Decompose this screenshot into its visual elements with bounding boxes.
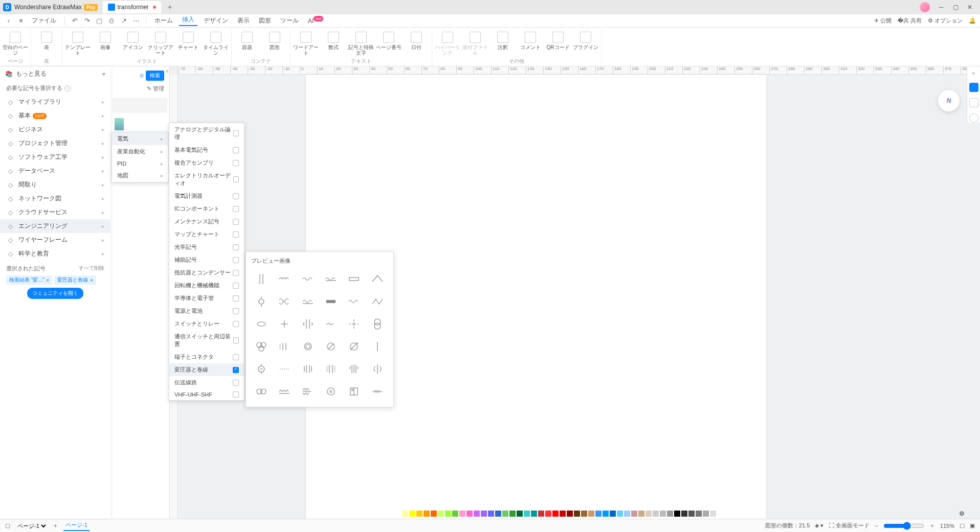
submenu-アナログとデジタル論理[interactable]: アナログとデジタル論理 (169, 123, 244, 144)
ribbon-プラグイン[interactable]: プラグイン (572, 30, 599, 56)
clear-all-button[interactable]: すべて削除 (79, 265, 104, 272)
notification-button[interactable]: 🔔 (969, 17, 976, 24)
preview-symbol[interactable] (321, 381, 341, 402)
theme-button[interactable] (969, 83, 978, 92)
submenu-電気[interactable]: 電気▸ (112, 132, 168, 145)
more-button[interactable]: ⋯ (131, 16, 141, 26)
submenu-半導体と電子管[interactable]: 半導体と電子管 (169, 292, 244, 305)
color-swatch[interactable] (517, 511, 523, 517)
color-swatch[interactable] (495, 511, 501, 517)
preview-symbol[interactable] (321, 314, 341, 334)
ribbon-ワードアート[interactable]: ワードアート (293, 30, 319, 56)
page-selector[interactable]: ページ-1 (15, 522, 48, 529)
color-swatch[interactable] (424, 511, 430, 517)
user-avatar[interactable] (920, 2, 930, 12)
zoom-value[interactable]: 115% (940, 523, 954, 529)
category-ネットワーク図[interactable]: ◇ネットワーク図▸ (0, 192, 110, 205)
menu-shape[interactable]: 図形 (256, 16, 274, 25)
preview-symbol[interactable] (344, 381, 364, 402)
preview-symbol[interactable] (251, 359, 272, 379)
submenu-PID[interactable]: PID▸ (112, 158, 168, 169)
preview-symbol[interactable] (298, 314, 318, 334)
ribbon-日付[interactable]: 日付 (403, 30, 430, 56)
preview-symbol[interactable] (298, 336, 318, 357)
submenu-通信スイッチと周辺装置[interactable]: 通信スイッチと周辺装置 (169, 330, 244, 351)
preview-symbol[interactable] (274, 359, 295, 379)
submenu-抵抗器とコンデンサー[interactable]: 抵抗器とコンデンサー (169, 266, 244, 279)
preview-symbol[interactable] (367, 381, 388, 402)
new-tab-button[interactable]: ＋ (166, 3, 173, 12)
menu-ai[interactable]: AIhot (305, 17, 326, 25)
ribbon-画像[interactable]: 画像 (92, 30, 119, 56)
ribbon-テンプレート[interactable]: テンプレート (64, 30, 91, 56)
category-科学と教育[interactable]: ◇科学と教育▸ (0, 247, 110, 261)
preview-symbol[interactable] (251, 314, 272, 334)
zoom-slider[interactable] (883, 522, 924, 530)
preview-symbol[interactable] (344, 314, 364, 334)
ribbon-表[interactable]: 表 (33, 30, 60, 50)
preview-symbol[interactable] (274, 269, 295, 289)
ribbon-記号と特殊文字[interactable]: 記号と特殊文字 (348, 30, 374, 56)
category-エンジニアリング[interactable]: ◇エンジニアリング▸ (0, 219, 110, 233)
close-button[interactable]: ✕ (963, 4, 977, 11)
preview-symbol[interactable] (367, 336, 388, 357)
color-swatch[interactable] (545, 511, 551, 517)
preview-symbol[interactable] (321, 269, 341, 289)
ribbon-ページ番号[interactable]: ページ番号 (375, 30, 402, 56)
add-page-button[interactable]: ＋ (53, 522, 58, 529)
ribbon-クリップアート[interactable]: クリップアート (147, 30, 174, 56)
menu-design[interactable]: デザイン (201, 16, 231, 25)
preview-symbol[interactable] (251, 381, 272, 402)
preview-symbol[interactable] (344, 269, 364, 289)
color-swatch[interactable] (710, 511, 716, 517)
preview-symbol[interactable] (367, 269, 388, 289)
share-button[interactable]: �共 共有 (898, 17, 922, 25)
document-tab[interactable]: transformer (103, 1, 161, 13)
color-swatch[interactable] (703, 511, 709, 517)
color-swatch[interactable] (538, 511, 544, 517)
submenu-補助記号[interactable]: 補助記号 (169, 253, 244, 266)
submenu-産業自動化[interactable]: 産業自動化▸ (112, 145, 168, 158)
preview-symbol[interactable] (367, 291, 388, 312)
page-tab[interactable]: ページ-1 (63, 520, 90, 531)
ribbon-空白のページ[interactable]: 空白のページ (2, 30, 29, 56)
category-クラウドサービス[interactable]: ◇クラウドサービス▸ (0, 205, 110, 219)
preview-symbol[interactable] (367, 314, 388, 334)
color-swatch[interactable] (610, 511, 616, 517)
menu-file[interactable]: ファイル (29, 16, 59, 25)
color-swatch[interactable] (395, 511, 401, 517)
submenu-回転機と機械機能[interactable]: 回転機と機械機能 (169, 279, 244, 292)
submenu-電源と電池[interactable]: 電源と電池 (169, 305, 244, 317)
preview-symbol[interactable] (298, 359, 318, 379)
preview-symbol[interactable] (298, 269, 318, 289)
color-swatch[interactable] (552, 511, 559, 517)
layers-button[interactable]: ◈ ▾ (815, 522, 823, 529)
menu-view[interactable]: 表示 (234, 16, 253, 25)
zoom-out-button[interactable]: − (875, 523, 878, 529)
submenu-光学記号[interactable]: 光学記号 (169, 241, 244, 253)
export-button[interactable]: ↗ (119, 16, 128, 26)
color-swatch[interactable] (688, 511, 695, 517)
menu-tool[interactable]: ツール (277, 16, 302, 25)
page-settings-button[interactable] (969, 98, 978, 107)
preview-symbol[interactable] (274, 336, 295, 357)
color-swatch[interactable] (595, 511, 602, 517)
color-swatch[interactable] (681, 511, 687, 517)
preview-symbol[interactable] (298, 381, 318, 402)
color-swatch[interactable] (509, 511, 516, 517)
fit-width-button[interactable]: ▣ (970, 522, 975, 529)
color-swatch[interactable] (488, 511, 494, 517)
ai-assistant-button[interactable]: N (938, 90, 960, 111)
color-swatch[interactable] (574, 511, 580, 517)
color-swatch[interactable] (660, 511, 666, 517)
minimize-button[interactable]: ─ (934, 4, 948, 11)
preview-symbol[interactable] (274, 314, 295, 334)
color-swatch[interactable] (402, 511, 408, 517)
open-community-button[interactable]: コミュニティを開く (27, 288, 83, 299)
preview-symbol[interactable] (321, 359, 341, 379)
submenu-VHF-UHF-SHF[interactable]: VHF-UHF-SHF (169, 389, 244, 400)
submenu-基本電気記号[interactable]: 基本電気記号 (169, 144, 244, 156)
preview-symbol[interactable] (344, 359, 364, 379)
color-swatch[interactable] (588, 511, 594, 517)
color-swatch[interactable] (653, 511, 659, 517)
